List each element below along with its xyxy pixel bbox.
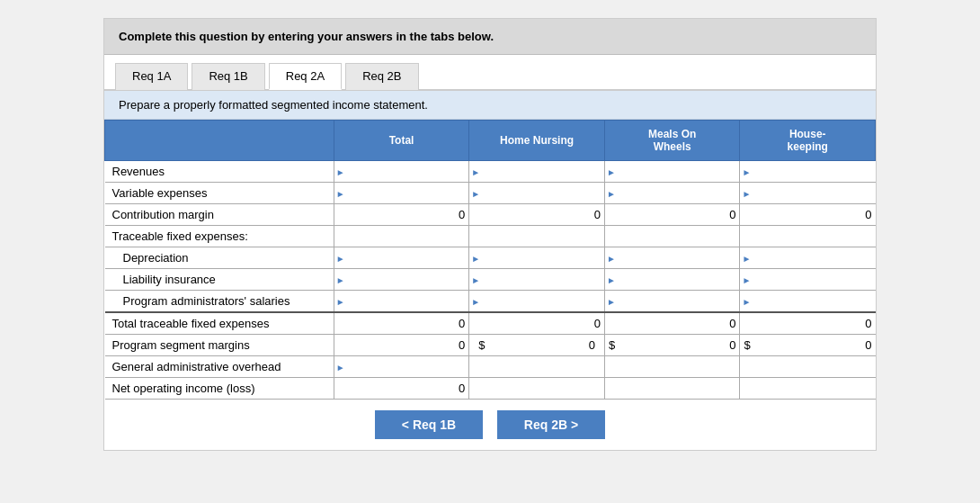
tab-req2a[interactable]: Req 2A (269, 63, 342, 90)
label-revenues: Revenues (105, 161, 334, 183)
tabs-row: Req 1A Req 1B Req 2A Req 2B (104, 55, 876, 91)
tab-req2b[interactable]: Req 2B (345, 63, 418, 90)
cell-gao-house (740, 356, 876, 378)
input-dep-total[interactable] (340, 251, 464, 265)
label-traceable: Traceable fixed expenses: (105, 226, 334, 247)
table-container: Total Home Nursing Meals OnWheels House-… (104, 120, 876, 400)
cell-pas-meals[interactable]: ► (604, 291, 740, 313)
cell-gao-meals (604, 356, 740, 378)
cell-traceable-total (334, 226, 469, 247)
input-pas-nursing[interactable] (475, 294, 599, 308)
cell-li-house[interactable]: ► (740, 269, 876, 291)
arrow-icon: ► (471, 166, 480, 176)
col-header-housekeeping: House-keeping (740, 121, 876, 161)
cell-traceable-meals (604, 226, 740, 247)
main-container: Complete this question by entering your … (103, 18, 877, 451)
label-gen-admin-overhead: General administrative overhead (105, 356, 334, 378)
arrow-icon: ► (471, 253, 480, 263)
label-depreciation: Depreciation (105, 247, 334, 269)
input-li-meals[interactable] (610, 273, 735, 286)
input-pas-total[interactable] (340, 294, 464, 308)
input-li-nursing[interactable] (475, 273, 599, 286)
cell-cm-total: 0 (334, 204, 469, 226)
input-varexp-house[interactable] (745, 186, 869, 200)
cell-dep-total[interactable]: ► (334, 247, 469, 269)
cell-cm-nursing: 0 (469, 204, 605, 226)
label-prog-seg-margins: Program segment margins (105, 335, 334, 356)
cell-dep-nursing[interactable]: ► (469, 247, 605, 269)
income-statement-table: Total Home Nursing Meals OnWheels House-… (104, 120, 876, 400)
input-revenues-house[interactable] (745, 165, 869, 178)
cell-varexp-total[interactable]: ► (334, 183, 469, 204)
cell-pas-nursing[interactable]: ► (469, 291, 605, 313)
cell-li-meals[interactable]: ► (604, 269, 740, 291)
cell-pas-house[interactable]: ► (740, 291, 876, 313)
cell-dep-meals[interactable]: ► (604, 247, 740, 269)
next-button[interactable]: Req 2B > (497, 410, 605, 439)
cell-gao-total[interactable]: ► (334, 356, 469, 378)
input-dep-meals[interactable] (610, 251, 735, 265)
input-gao-total[interactable] (340, 360, 464, 373)
label-liability-insurance: Liability insurance (105, 269, 334, 291)
sub-instruction: Prepare a properly formatted segmented i… (104, 91, 876, 120)
arrow-icon: ► (336, 188, 345, 198)
cell-revenues-house[interactable]: ► (740, 161, 876, 183)
arrow-icon: ► (471, 296, 480, 306)
cell-revenues-total[interactable]: ► (334, 161, 469, 183)
row-liability-insurance: Liability insurance ► ► ► ► (105, 269, 876, 291)
col-header-label (105, 121, 334, 161)
cell-noi-nursing (469, 378, 605, 400)
cell-varexp-meals[interactable]: ► (604, 183, 740, 204)
input-revenues-nursing[interactable] (475, 165, 599, 178)
cell-psm-house: $ 0 (740, 335, 876, 356)
cell-varexp-house[interactable]: ► (740, 183, 876, 204)
input-li-house[interactable] (745, 273, 869, 286)
arrow-icon: ► (336, 296, 345, 306)
label-net-operating-income: Net operating income (loss) (105, 378, 334, 400)
cell-gao-nursing (469, 356, 605, 378)
cell-pas-total[interactable]: ► (334, 291, 469, 313)
cell-dep-house[interactable]: ► (740, 247, 876, 269)
bottom-nav: < Req 1B Req 2B > (104, 400, 876, 450)
tab-req1a[interactable]: Req 1A (115, 63, 188, 90)
cell-noi-house (740, 378, 876, 400)
input-dep-house[interactable] (745, 251, 869, 265)
cell-psm-total: 0 (334, 335, 469, 356)
row-contribution-margin: Contribution margin 0 0 0 0 (105, 204, 876, 226)
cell-cm-house: 0 (740, 204, 876, 226)
arrow-icon: ► (607, 296, 616, 306)
input-revenues-meals[interactable] (610, 165, 735, 178)
input-li-total[interactable] (340, 273, 464, 286)
input-revenues-total[interactable] (340, 165, 464, 178)
instruction-text: Complete this question by entering your … (119, 30, 494, 43)
row-prog-admin-salaries: Program administrators' salaries ► ► ► (105, 291, 876, 313)
cell-ttfe-total: 0 (334, 312, 469, 335)
dollar-sign: $ (475, 338, 485, 352)
input-varexp-meals[interactable] (610, 186, 735, 200)
arrow-icon: ► (607, 274, 616, 284)
arrow-icon: ► (336, 166, 345, 176)
arrow-icon: ► (607, 253, 616, 263)
prev-button[interactable]: < Req 1B (375, 410, 483, 439)
arrow-icon: ► (742, 296, 751, 306)
arrow-icon: ► (742, 274, 751, 284)
cell-varexp-nursing[interactable]: ► (469, 183, 605, 204)
cell-revenues-meals[interactable]: ► (604, 161, 740, 183)
input-dep-nursing[interactable] (475, 251, 599, 265)
tab-req1b[interactable]: Req 1B (192, 63, 264, 90)
col-header-total: Total (334, 121, 469, 161)
cell-li-nursing[interactable]: ► (469, 269, 605, 291)
instruction-bar: Complete this question by entering your … (104, 19, 876, 55)
label-variable-expenses: Variable expenses (105, 183, 334, 204)
input-pas-house[interactable] (745, 294, 869, 308)
arrow-icon: ► (336, 253, 345, 263)
input-varexp-nursing[interactable] (475, 186, 599, 200)
arrow-icon: ► (742, 166, 751, 176)
arrow-icon: ► (607, 166, 616, 176)
arrow-icon: ► (607, 188, 616, 198)
cell-revenues-nursing[interactable]: ► (469, 161, 605, 183)
input-varexp-total[interactable] (340, 186, 464, 200)
arrow-icon: ► (471, 274, 480, 284)
input-pas-meals[interactable] (610, 294, 735, 308)
cell-li-total[interactable]: ► (334, 269, 469, 291)
